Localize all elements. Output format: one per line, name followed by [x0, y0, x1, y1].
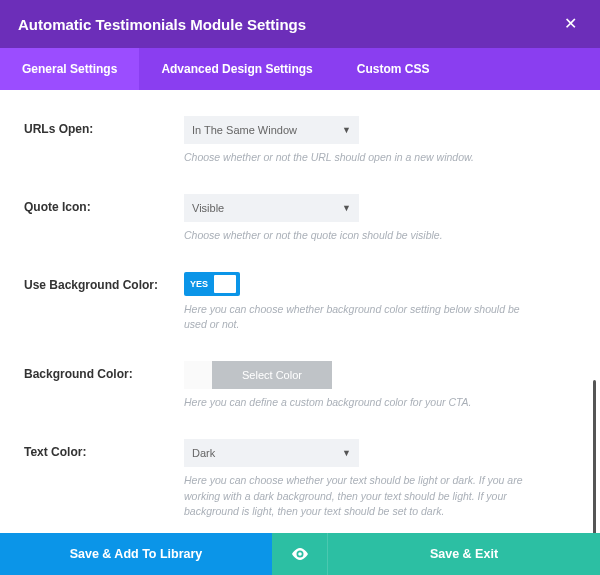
select-value: Visible	[192, 202, 224, 214]
hint-use-bg-color: Here you can choose whether background c…	[184, 302, 544, 334]
preview-button[interactable]	[272, 533, 328, 575]
label-text-color: Text Color:	[24, 439, 184, 520]
select-text-color[interactable]: Dark ▼	[184, 439, 359, 467]
close-icon[interactable]: ✕	[558, 12, 582, 36]
modal-footer: Save & Add To Library Save & Exit	[0, 533, 600, 575]
field-quote-icon: Quote Icon: Visible ▼ Choose whether or …	[24, 180, 576, 258]
tab-general-settings[interactable]: General Settings	[0, 48, 139, 90]
label-urls-open: URLs Open:	[24, 116, 184, 166]
select-value: In The Same Window	[192, 124, 297, 136]
label-quote-icon: Quote Icon:	[24, 194, 184, 244]
select-value: Dark	[192, 447, 215, 459]
caret-down-icon: ▼	[342, 203, 351, 213]
caret-down-icon: ▼	[342, 125, 351, 135]
tab-bar: General Settings Advanced Design Setting…	[0, 48, 600, 90]
hint-bg-color: Here you can define a custom background …	[184, 395, 544, 411]
save-exit-button[interactable]: Save & Exit	[328, 533, 600, 575]
select-color-button[interactable]: Select Color	[212, 361, 332, 389]
toggle-label: YES	[186, 279, 212, 289]
field-use-bg-color: Use Background Color: YES Here you can c…	[24, 258, 576, 348]
toggle-use-bg-color[interactable]: YES	[184, 272, 240, 296]
tab-custom-css[interactable]: Custom CSS	[335, 48, 452, 90]
field-text-color: Text Color: Dark ▼ Here you can choose w…	[24, 425, 576, 533]
hint-text-color: Here you can choose whether your text sh…	[184, 473, 544, 520]
save-add-library-button[interactable]: Save & Add To Library	[0, 533, 272, 575]
toggle-knob	[214, 275, 236, 293]
tab-advanced-design[interactable]: Advanced Design Settings	[139, 48, 334, 90]
label-bg-color: Background Color:	[24, 361, 184, 411]
caret-down-icon: ▼	[342, 448, 351, 458]
eye-icon	[291, 548, 309, 560]
color-swatch[interactable]	[184, 361, 212, 389]
select-quote-icon[interactable]: Visible ▼	[184, 194, 359, 222]
hint-quote-icon: Choose whether or not the quote icon sho…	[184, 228, 544, 244]
select-urls-open[interactable]: In The Same Window ▼	[184, 116, 359, 144]
scrollbar-thumb[interactable]	[593, 380, 596, 533]
settings-modal: Automatic Testimonials Module Settings ✕…	[0, 0, 600, 575]
field-urls-open: URLs Open: In The Same Window ▼ Choose w…	[24, 102, 576, 180]
settings-content: URLs Open: In The Same Window ▼ Choose w…	[0, 90, 600, 533]
svg-point-0	[298, 552, 302, 556]
modal-title: Automatic Testimonials Module Settings	[18, 16, 306, 33]
hint-urls-open: Choose whether or not the URL should ope…	[184, 150, 544, 166]
label-use-bg-color: Use Background Color:	[24, 272, 184, 334]
field-bg-color: Background Color: Select Color Here you …	[24, 347, 576, 425]
modal-header: Automatic Testimonials Module Settings ✕	[0, 0, 600, 48]
